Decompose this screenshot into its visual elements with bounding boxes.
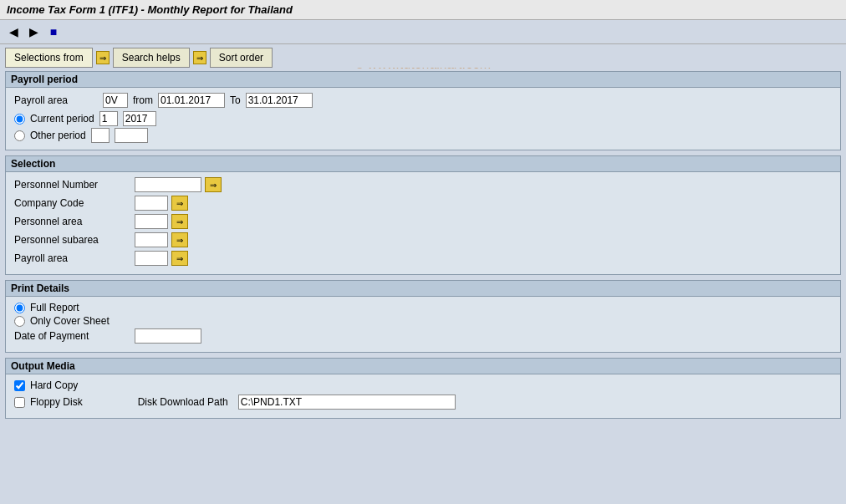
current-period-number-input[interactable] (99, 111, 118, 126)
current-period-radio[interactable] (14, 114, 25, 125)
full-report-row: Full Report (14, 302, 832, 313)
payroll-period-header: Payroll period (11, 74, 78, 85)
other-period-radio[interactable] (14, 130, 25, 141)
floppy-disk-label: Floppy Disk (30, 396, 83, 408)
tab-bar: Selections from ⇒ Search helps ⇒ Sort or… (0, 44, 846, 68)
disk-download-path-label: Disk Download Path (138, 396, 228, 408)
selection-header: Selection (11, 158, 55, 170)
hard-copy-label: Hard Copy (30, 379, 78, 391)
save-icon[interactable]: ■ (45, 23, 62, 40)
sort-order-label: Sort order (219, 52, 263, 64)
tab-search-helps[interactable]: Search helps (113, 48, 190, 68)
from-date-input[interactable] (158, 93, 225, 108)
payroll-period-body: Payroll area from To Current period Othe… (6, 88, 840, 150)
sel-payroll-area-label: Payroll area (14, 252, 131, 264)
other-period-year-input[interactable] (115, 128, 148, 143)
selection-section: Selection Personnel Number ⇒ Company Cod… (5, 155, 841, 275)
cover-sheet-label: Only Cover Sheet (30, 315, 110, 327)
selection-body: Personnel Number ⇒ Company Code ⇒ Person… (6, 172, 840, 274)
search-helps-label: Search helps (122, 52, 181, 64)
hard-copy-checkbox[interactable] (14, 380, 25, 391)
company-code-row: Company Code ⇒ (14, 196, 832, 211)
payroll-period-section: Payroll period Payroll area from To Curr… (5, 71, 841, 150)
cover-sheet-row: Only Cover Sheet (14, 315, 832, 327)
personnel-subarea-row: Personnel subarea ⇒ (14, 232, 832, 247)
payroll-area-label: Payroll area (14, 94, 98, 106)
sel-payroll-area-row: Payroll area ⇒ (14, 251, 832, 266)
output-media-body: Hard Copy Floppy Disk Disk Download Path (6, 374, 840, 418)
cover-sheet-radio[interactable] (14, 316, 25, 327)
to-date-input[interactable] (246, 93, 313, 108)
to-label: To (230, 94, 241, 106)
current-period-label: Current period (30, 113, 94, 125)
personnel-number-input[interactable] (135, 177, 201, 192)
payroll-area-input[interactable] (103, 93, 128, 108)
print-details-body: Full Report Only Cover Sheet Date of Pay… (6, 297, 840, 352)
date-of-payment-label: Date of Payment (14, 330, 131, 342)
tab-sort-order[interactable]: Sort order (210, 48, 273, 68)
print-details-section: Print Details Full Report Only Cover She… (5, 280, 841, 353)
full-report-label: Full Report (30, 302, 79, 313)
company-code-arrow-btn[interactable]: ⇒ (171, 196, 188, 211)
window-title: Income Tax Form 1 (ITF1) - Monthly Repor… (7, 3, 293, 16)
personnel-subarea-label: Personnel subarea (14, 234, 131, 246)
personnel-subarea-arrow-btn[interactable]: ⇒ (171, 232, 188, 247)
output-media-section: Output Media Hard Copy Floppy Disk Disk … (5, 358, 841, 419)
floppy-disk-row: Floppy Disk Disk Download Path (14, 395, 832, 410)
company-code-input[interactable] (135, 196, 168, 211)
output-media-header: Output Media (11, 360, 75, 372)
date-of-payment-row: Date of Payment (14, 328, 832, 344)
other-period-row: Other period (14, 128, 832, 143)
payroll-area-row: Payroll area from To (14, 93, 832, 108)
forward-icon[interactable]: ▶ (25, 23, 42, 40)
current-period-row: Current period (14, 111, 832, 126)
full-report-radio[interactable] (14, 303, 25, 313)
personnel-area-row: Personnel area ⇒ (14, 214, 832, 229)
personnel-subarea-input[interactable] (135, 232, 168, 247)
other-period-number-input[interactable] (91, 128, 110, 143)
print-details-header: Print Details (11, 283, 69, 294)
other-period-label: Other period (30, 130, 86, 141)
personnel-number-label: Personnel Number (14, 179, 131, 191)
sel-payroll-area-input[interactable] (135, 251, 168, 266)
company-code-label: Company Code (14, 197, 131, 209)
main-content: Payroll period Payroll area from To Curr… (0, 68, 846, 422)
toolbar: ◀ ▶ ■ (0, 20, 846, 44)
current-period-year-input[interactable] (123, 111, 156, 126)
personnel-area-label: Personnel area (14, 216, 131, 227)
personnel-area-arrow-btn[interactable]: ⇒ (171, 214, 188, 229)
hard-copy-row: Hard Copy (14, 379, 832, 391)
selections-from-label: Selections from (14, 52, 84, 64)
sel-payroll-area-arrow-btn[interactable]: ⇒ (171, 251, 188, 266)
date-of-payment-input[interactable] (135, 328, 201, 344)
tab-selections-from[interactable]: Selections from (5, 48, 93, 68)
personnel-area-input[interactable] (135, 214, 168, 229)
title-bar: Income Tax Form 1 (ITF1) - Monthly Repor… (0, 0, 846, 20)
personnel-number-row: Personnel Number ⇒ (14, 177, 832, 192)
personnel-number-arrow-btn[interactable]: ⇒ (205, 177, 222, 192)
disk-download-path-input[interactable] (238, 395, 456, 410)
back-icon[interactable]: ◀ (5, 23, 22, 40)
selections-arrow-icon: ⇒ (96, 51, 110, 64)
from-label: from (133, 94, 153, 106)
floppy-disk-checkbox[interactable] (14, 397, 25, 408)
search-helps-arrow-icon: ⇒ (193, 51, 206, 64)
